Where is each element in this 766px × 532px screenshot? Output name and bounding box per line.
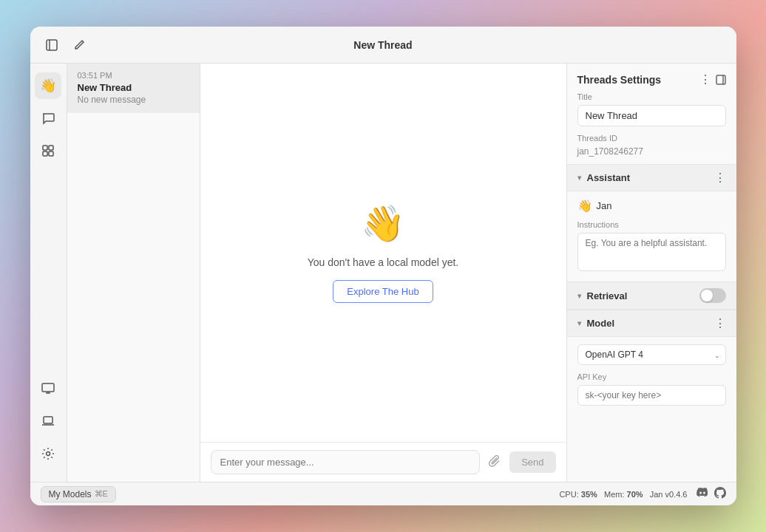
right-panel-title: Threads Settings	[577, 74, 662, 86]
assistant-name: Jan	[597, 200, 612, 211]
svg-rect-5	[49, 151, 53, 156]
model-section-label: Model	[587, 318, 615, 329]
model-chevron-icon: ▾	[577, 319, 581, 327]
threads-id-group: Threads ID jan_1708246277	[567, 134, 736, 164]
svg-rect-11	[716, 75, 725, 84]
chat-body: 👋 You don't have a local model yet. Expl…	[200, 64, 566, 442]
chat-area: 👋 You don't have a local model yet. Expl…	[200, 64, 566, 482]
model-menu-button[interactable]: ⋮	[714, 316, 726, 330]
assistant-emoji: 👋	[577, 199, 592, 213]
top-bar-left	[42, 35, 205, 55]
assistant-row: 👋 Jan	[577, 199, 726, 213]
assistant-menu-button[interactable]: ⋮	[714, 171, 726, 185]
app-window: New Thread 👋	[30, 27, 736, 505]
mem-label: Mem:	[604, 490, 625, 499]
my-models-button[interactable]: My Models ⌘E	[41, 486, 116, 502]
panel-close-button[interactable]	[716, 72, 726, 86]
chat-input[interactable]	[211, 450, 481, 474]
thread-list: 03:51 PM New Thread No new message	[67, 64, 200, 482]
thread-title: New Thread	[353, 39, 412, 51]
svg-rect-9	[44, 417, 52, 423]
sidebar-icon-chat[interactable]	[35, 105, 61, 132]
mem-value: 70%	[627, 490, 643, 499]
empty-state-text: You don't have a local model yet.	[308, 256, 459, 268]
explore-hub-button[interactable]: Explore The Hub	[333, 280, 433, 303]
sidebar-icon-hand[interactable]: 👋	[35, 72, 61, 99]
instructions-label: Instructions	[577, 220, 726, 229]
top-bar-center: New Thread	[205, 39, 562, 51]
model-section-left: ▾ Model	[577, 318, 615, 329]
compose-button[interactable]	[70, 36, 88, 54]
version-label: Jan v0.4.6	[650, 490, 688, 499]
instructions-textarea[interactable]	[577, 233, 726, 271]
right-panel-header: Threads Settings ⋮	[567, 64, 736, 92]
thread-list-item[interactable]: 03:51 PM New Thread No new message	[67, 64, 200, 113]
model-section-content: OpenAI GPT 4 GPT-3.5 Turbo Local Model A…	[567, 337, 736, 413]
bottom-icons	[696, 487, 726, 501]
github-icon[interactable]	[714, 487, 726, 501]
right-panel-icons: ⋮	[699, 72, 726, 86]
cpu-label: CPU:	[559, 490, 578, 499]
threads-id-label: Threads ID	[577, 134, 726, 143]
sidebar-icon-settings[interactable]	[35, 440, 61, 467]
model-select-wrap: OpenAI GPT 4 GPT-3.5 Turbo Local Model	[577, 344, 726, 365]
assistant-section-label: Assistant	[587, 172, 631, 183]
retrieval-section-left: ▾ Retrieval	[577, 290, 628, 301]
retrieval-toggle[interactable]	[699, 288, 726, 303]
send-button[interactable]: Send	[509, 451, 555, 473]
title-label: Title	[577, 92, 726, 101]
my-models-shortcut: ⌘E	[95, 489, 108, 499]
retrieval-section-header[interactable]: ▾ Retrieval	[567, 282, 736, 310]
sidebar-icon-grid[interactable]	[35, 137, 61, 164]
collapse-sidebar-button[interactable]	[42, 35, 61, 55]
thread-preview: No new message	[78, 95, 189, 105]
assistant-section-content: 👋 Jan Instructions	[567, 191, 736, 282]
svg-rect-6	[42, 383, 54, 392]
my-models-label: My Models	[49, 489, 92, 499]
bottom-bar: My Models ⌘E CPU: 35% Mem: 70% Jan v0.4.…	[30, 482, 736, 505]
empty-state-emoji: 👋	[361, 203, 405, 245]
assistant-section-left: ▾ Assistant	[577, 172, 631, 183]
svg-rect-3	[49, 146, 53, 150]
svg-rect-4	[43, 151, 47, 156]
thread-name: New Thread	[78, 82, 189, 93]
title-input[interactable]	[577, 105, 726, 126]
discord-icon[interactable]	[696, 487, 708, 501]
thread-time: 03:51 PM	[78, 71, 189, 80]
cpu-value: 35%	[581, 490, 597, 499]
bottom-right: CPU: 35% Mem: 70% Jan v0.4.6	[559, 487, 725, 501]
svg-rect-0	[47, 40, 57, 50]
api-key-label: API Key	[577, 372, 726, 381]
svg-point-10	[47, 452, 50, 456]
right-panel: Threads Settings ⋮ Title	[566, 64, 736, 482]
model-section-header[interactable]: ▾ Model ⋮	[567, 310, 736, 337]
top-bar: New Thread	[30, 27, 736, 64]
assistant-section-header[interactable]: ▾ Assistant ⋮	[567, 164, 736, 191]
left-sidebar: 👋	[30, 64, 67, 482]
retrieval-chevron-icon: ▾	[577, 292, 581, 300]
svg-rect-2	[43, 146, 47, 150]
threads-id-value: jan_1708246277	[577, 146, 726, 157]
chat-input-bar: Send	[200, 442, 566, 482]
sidebar-bottom	[35, 375, 61, 473]
panel-menu-button[interactable]: ⋮	[699, 72, 711, 86]
assistant-chevron-icon: ▾	[577, 174, 581, 182]
sidebar-icon-monitor[interactable]	[35, 375, 61, 402]
retrieval-section-label: Retrieval	[587, 290, 628, 301]
cpu-status: CPU: 35% Mem: 70% Jan v0.4.6	[559, 490, 687, 499]
main-content: 👋	[30, 64, 736, 482]
api-key-input[interactable]	[577, 385, 726, 406]
model-select[interactable]: OpenAI GPT 4 GPT-3.5 Turbo Local Model	[577, 344, 726, 365]
toggle-knob	[701, 290, 713, 301]
sidebar-icon-laptop[interactable]	[35, 408, 61, 434]
attach-button[interactable]	[486, 452, 504, 473]
title-field-group: Title	[567, 92, 736, 134]
